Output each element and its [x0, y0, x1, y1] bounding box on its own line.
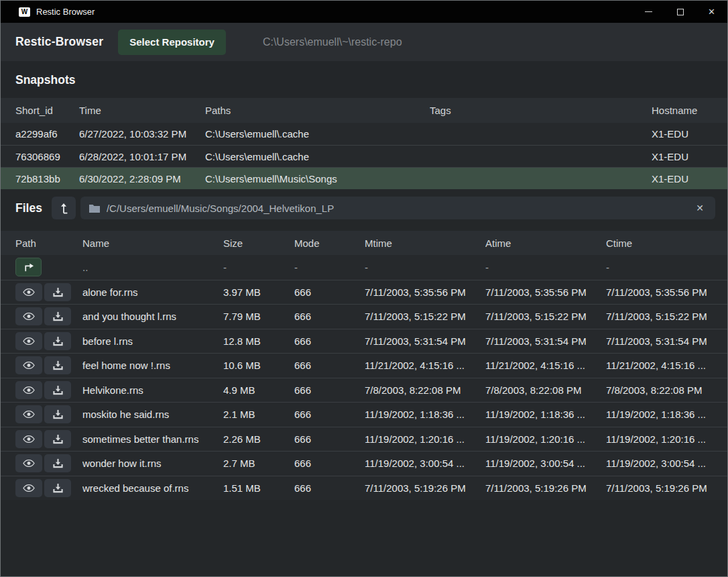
- preview-file-button[interactable]: [15, 454, 42, 472]
- file-ctime: 11/21/2002, 4:15:16 ...: [606, 360, 713, 371]
- snapshot-row[interactable]: a2299af66/27/2022, 10:03:32 PMC:\Users\e…: [1, 123, 727, 145]
- file-actions: [15, 405, 82, 423]
- maximize-icon: [677, 9, 684, 15]
- download-icon: [53, 311, 63, 321]
- snapshot-paths: C:\Users\emuell\.cache: [205, 151, 430, 162]
- column-path: Path: [15, 238, 82, 249]
- file-mode: -: [294, 262, 365, 273]
- app-logo-icon: W: [19, 7, 30, 17]
- eye-icon: [23, 361, 35, 370]
- files-bar: Files /C/Users/emuell/Music/Songs/2004_H…: [1, 189, 727, 225]
- column-paths: Paths: [205, 105, 430, 116]
- file-actions: [15, 381, 82, 399]
- clear-path-button[interactable]: ✕: [693, 201, 707, 215]
- eye-icon: [23, 459, 35, 468]
- file-atime: 11/19/2002, 1:20:16 ...: [485, 433, 606, 445]
- file-mtime: 7/8/2003, 8:22:08 PM: [365, 384, 485, 396]
- goto-root-button[interactable]: [52, 197, 76, 219]
- file-row: Helvikone.rns4.9 MB6667/8/2003, 8:22:08 …: [1, 378, 727, 403]
- file-mode: 666: [294, 482, 365, 494]
- preview-file-button[interactable]: [15, 405, 42, 423]
- file-name: moskito he said.rns: [82, 409, 223, 420]
- file-mtime: 7/11/2003, 5:31:54 PM: [365, 335, 485, 347]
- download-icon: [53, 434, 63, 444]
- file-atime: 7/11/2003, 5:19:26 PM: [485, 482, 606, 494]
- up-to-root-icon: [59, 203, 68, 214]
- up-right-arrow-icon: [23, 262, 34, 272]
- path-breadcrumb-input[interactable]: /C/Users/emuell/Music/Songs/2004_Helveti…: [80, 197, 715, 219]
- file-actions: [15, 454, 82, 472]
- close-button[interactable]: ✕: [696, 1, 727, 23]
- file-row: before l.rns12.8 MB6667/11/2003, 5:31:54…: [1, 329, 727, 354]
- titlebar: W Restic Browser ✕: [1, 1, 727, 23]
- file-name: wonder how it.rns: [82, 458, 223, 469]
- restore-file-button[interactable]: [44, 430, 71, 448]
- file-size: 2.26 MB: [223, 433, 294, 445]
- snapshot-time: 6/27/2022, 10:03:32 PM: [79, 128, 205, 140]
- snapshot-hostname: X1-EDU: [652, 151, 713, 162]
- preview-file-button[interactable]: [15, 381, 42, 399]
- file-mode: 666: [294, 335, 365, 347]
- file-atime: -: [485, 262, 606, 273]
- restore-file-button[interactable]: [44, 405, 71, 423]
- minimize-icon: [645, 11, 652, 12]
- select-repository-button[interactable]: Select Repository: [118, 30, 226, 55]
- restore-file-button[interactable]: [44, 356, 71, 374]
- snapshot-time: 6/28/2022, 10:01:17 PM: [79, 151, 205, 162]
- file-name: and you thought l.rns: [82, 311, 223, 322]
- files-section-title: Files: [15, 201, 42, 215]
- restore-file-button[interactable]: [44, 381, 71, 399]
- up-directory-button[interactable]: [15, 258, 42, 276]
- restore-file-button[interactable]: [44, 479, 71, 497]
- file-mode: 666: [294, 409, 365, 420]
- file-size: 3.97 MB: [223, 286, 294, 298]
- file-ctime: 7/11/2003, 5:31:54 PM: [606, 335, 713, 347]
- restore-file-button[interactable]: [44, 307, 71, 325]
- maximize-button[interactable]: [664, 1, 696, 23]
- file-ctime: 11/19/2002, 3:00:54 ...: [606, 458, 713, 469]
- file-mtime: -: [365, 262, 485, 273]
- file-row: alone for.rns3.97 MB6667/11/2003, 5:35:5…: [1, 280, 727, 305]
- column-time: Time: [79, 105, 205, 116]
- file-mode: 666: [294, 458, 365, 469]
- app-header: Restic-Browser Select Repository C:\User…: [1, 23, 727, 61]
- snapshot-hostname: X1-EDU: [652, 128, 713, 140]
- eye-icon: [23, 435, 35, 443]
- column-ctime: Ctime: [606, 238, 713, 249]
- file-actions: [15, 258, 82, 276]
- file-name: wrecked because of.rns: [82, 482, 223, 494]
- file-ctime: -: [606, 262, 713, 273]
- file-name: feel home now !.rns: [82, 360, 223, 371]
- preview-file-button[interactable]: [15, 430, 42, 448]
- download-icon: [53, 385, 63, 395]
- snapshot-row[interactable]: 72b813bb6/30/2022, 2:28:09 PMC:\Users\em…: [1, 167, 727, 189]
- preview-file-button[interactable]: [15, 283, 42, 301]
- restore-file-button[interactable]: [44, 454, 71, 472]
- column-mode: Mode: [294, 238, 365, 249]
- file-mode: 666: [294, 360, 365, 371]
- file-name: alone for.rns: [82, 286, 223, 298]
- restore-file-button[interactable]: [44, 332, 71, 350]
- file-mtime: 7/11/2003, 5:19:26 PM: [365, 482, 485, 494]
- file-size: -: [223, 262, 294, 273]
- snapshot-row[interactable]: 763068696/28/2022, 10:01:17 PMC:\Users\e…: [1, 145, 727, 167]
- folder-icon: [89, 204, 100, 213]
- breadcrumb-path: /C/Users/emuell/Music/Songs/2004_Helveti…: [107, 203, 334, 214]
- preview-file-button[interactable]: [15, 307, 42, 325]
- file-row: wonder how it.rns2.7 MB66611/19/2002, 3:…: [1, 451, 727, 476]
- preview-file-button[interactable]: [15, 356, 42, 374]
- column-hostname: Hostname: [652, 105, 713, 116]
- file-actions: [15, 479, 82, 497]
- file-size: 4.9 MB: [223, 384, 294, 396]
- file-ctime: 11/19/2002, 1:18:36 ...: [606, 409, 713, 420]
- file-atime: 11/21/2002, 4:15:16 ...: [485, 360, 606, 371]
- app-window: W Restic Browser ✕ Restic-Browser Select…: [0, 0, 728, 577]
- restore-file-button[interactable]: [44, 283, 71, 301]
- app-title: Restic-Browser: [15, 35, 103, 49]
- snapshot-hostname: X1-EDU: [652, 173, 713, 185]
- snapshot-paths: C:\Users\emuell\Music\Songs: [205, 173, 430, 185]
- minimize-button[interactable]: [633, 1, 664, 23]
- file-name: Helvikone.rns: [82, 384, 223, 396]
- preview-file-button[interactable]: [15, 479, 42, 497]
- preview-file-button[interactable]: [15, 332, 42, 350]
